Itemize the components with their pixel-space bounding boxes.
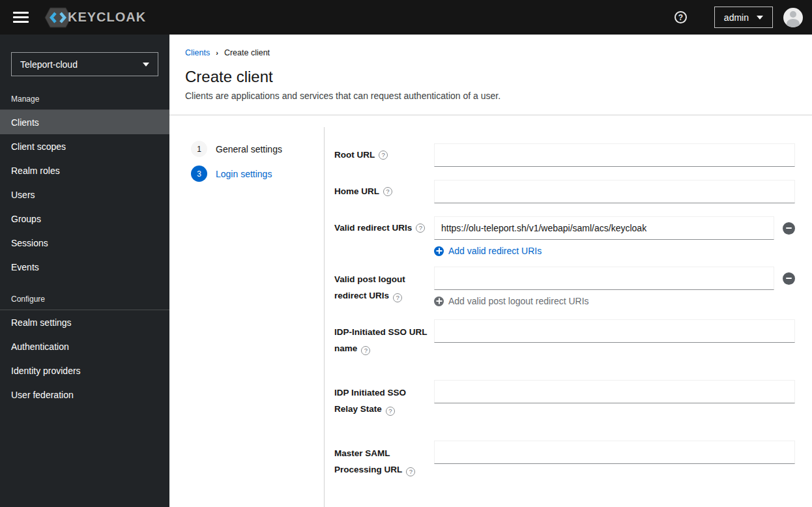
- sidebar-item-sessions[interactable]: Sessions: [0, 231, 169, 255]
- field-label: Valid redirect URIs: [334, 216, 434, 240]
- add-valid-post-logout-redirect-uris-link[interactable]: Add valid post logout redirect URIs: [434, 296, 589, 306]
- breadcrumb-clients-link[interactable]: Clients: [185, 48, 210, 57]
- wizard-step-general-settings[interactable]: 1 General settings: [191, 141, 324, 157]
- sidebar-item-realm-roles[interactable]: Realm roles: [0, 158, 169, 182]
- realm-selector-value: Teleport-cloud: [20, 59, 143, 70]
- content-area: Clients › Create client Create client Cl…: [169, 35, 812, 507]
- sidebar-item-authentication[interactable]: Authentication: [0, 334, 169, 358]
- sidebar-item-clients[interactable]: Clients: [0, 110, 169, 134]
- step-number-badge: 1: [191, 141, 207, 157]
- form-row-root-url: Root URL: [334, 143, 795, 167]
- form-row-idp-initiated-sso-url-name: IDP-Initiated SSO URL name: [334, 319, 795, 357]
- nav-group-configure: Configure Realm settings Authentication …: [0, 295, 169, 407]
- help-icon[interactable]: [674, 11, 687, 23]
- user-menu-dropdown[interactable]: admin: [714, 7, 773, 28]
- step-number-badge: 3: [191, 166, 207, 182]
- field-label: Master SAML Processing URL: [334, 441, 434, 478]
- top-bar: KEYCLOAK admin: [0, 0, 812, 35]
- realm-selector-dropdown[interactable]: Teleport-cloud: [11, 52, 158, 76]
- remove-uri-icon[interactable]: [783, 222, 795, 235]
- remove-uri-icon[interactable]: [783, 272, 795, 285]
- form-row-master-saml-processing-url: Master SAML Processing URL: [334, 441, 795, 478]
- sidebar-item-realm-settings[interactable]: Realm settings: [0, 310, 169, 334]
- user-menu-label: admin: [724, 12, 749, 23]
- help-icon[interactable]: [393, 293, 402, 302]
- add-valid-redirect-uris-link[interactable]: Add valid redirect URIs: [434, 246, 542, 256]
- brand-text: KEYCLOAK: [68, 10, 146, 25]
- sidebar: Teleport-cloud Manage Clients Client sco…: [0, 35, 169, 507]
- wizard-steps: 1 General settings 3 Login settings: [169, 127, 324, 507]
- sidebar-item-identity-providers[interactable]: Identity providers: [0, 358, 169, 383]
- form-row-idp-initiated-sso-relay-state: IDP Initiated SSO Relay State: [334, 380, 795, 418]
- breadcrumb-separator-icon: ›: [216, 49, 218, 57]
- help-icon[interactable]: [379, 151, 388, 160]
- help-icon[interactable]: [406, 467, 415, 476]
- sidebar-item-client-scopes[interactable]: Client scopes: [0, 134, 169, 158]
- avatar[interactable]: [783, 8, 803, 27]
- sidebar-item-events[interactable]: Events: [0, 255, 169, 279]
- chevron-down-icon: [757, 16, 763, 20]
- breadcrumb-current: Create client: [224, 48, 270, 57]
- field-label: Root URL: [334, 143, 434, 167]
- home-url-input[interactable]: [434, 180, 795, 203]
- master-saml-processing-url-input[interactable]: [434, 441, 795, 464]
- keycloak-logo[interactable]: KEYCLOAK: [44, 7, 146, 28]
- wizard-step-login-settings[interactable]: 3 Login settings: [191, 166, 324, 182]
- page-description: Clients are applications and services th…: [185, 91, 796, 101]
- help-icon[interactable]: [361, 346, 370, 355]
- valid-post-logout-redirect-uris-input[interactable]: [434, 267, 774, 290]
- form-row-home-url: Home URL: [334, 180, 795, 203]
- help-icon[interactable]: [416, 224, 425, 233]
- help-icon[interactable]: [386, 407, 395, 416]
- login-settings-form: Root URL Home URL: [324, 127, 812, 507]
- nav-group-title: Manage: [0, 94, 169, 109]
- form-row-valid-post-logout-redirect-uris: Valid post logout redirect URIs Add vali…: [334, 267, 795, 306]
- sidebar-item-user-federation[interactable]: User federation: [0, 383, 169, 407]
- field-label: Home URL: [334, 180, 434, 203]
- valid-redirect-uris-input[interactable]: [434, 216, 774, 240]
- idp-initiated-sso-url-name-input[interactable]: [434, 319, 795, 343]
- plus-circle-icon: [434, 297, 444, 306]
- page-header: Clients › Create client Create client Cl…: [169, 35, 812, 115]
- root-url-input[interactable]: [434, 143, 795, 167]
- help-icon[interactable]: [383, 187, 392, 196]
- form-row-valid-redirect-uris: Valid redirect URIs Add valid redirect U…: [334, 216, 795, 256]
- nav-group-title: Configure: [0, 295, 169, 310]
- chevron-down-icon: [143, 63, 149, 66]
- field-label: Valid post logout redirect URIs: [334, 267, 434, 306]
- sidebar-item-users[interactable]: Users: [0, 182, 169, 207]
- plus-circle-icon: [434, 246, 444, 256]
- idp-initiated-sso-relay-state-input[interactable]: [434, 380, 795, 403]
- field-label: IDP Initiated SSO Relay State: [334, 380, 434, 418]
- page-title: Create client: [185, 68, 796, 86]
- field-label: IDP-Initiated SSO URL name: [334, 319, 434, 357]
- sidebar-item-groups[interactable]: Groups: [0, 207, 169, 231]
- menu-toggle-icon[interactable]: [13, 12, 29, 23]
- breadcrumb: Clients › Create client: [185, 48, 796, 57]
- nav-group-manage: Manage Clients Client scopes Realm roles…: [0, 94, 169, 279]
